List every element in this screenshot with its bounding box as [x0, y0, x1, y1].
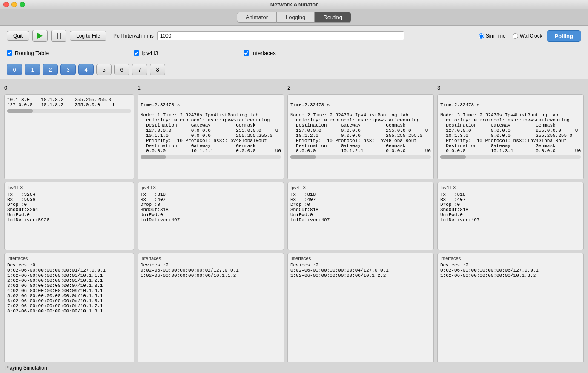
node-tab-6[interactable]: 6: [114, 64, 129, 75]
node-2-column: 2 -------- Time:2.32478 s -------- Node:…: [287, 84, 434, 368]
checkboxes-row: Routing Table Ipv4 l3 Interfaces: [0, 46, 588, 60]
main-content: 0 10.1.8.0 10.1.8.2 255.255.255.0 127.0.…: [0, 79, 588, 372]
node-0-interfaces-title: Interfaces: [7, 256, 131, 261]
simtime-radio-item[interactable]: SimTime: [479, 33, 506, 39]
node-0-interfaces-scroll[interactable]: Devices :9 0:02-06-00:00:00:00:00:01/127…: [7, 263, 131, 314]
wallclock-radio-item[interactable]: WallClock: [513, 33, 542, 39]
simtime-radio[interactable]: [479, 33, 484, 39]
tab-logging[interactable]: Logging: [277, 12, 314, 23]
node-1-interfaces-text: Devices :2 0:02-06-00:00:00:00:00:02/127…: [141, 263, 281, 278]
status-text: Playing Simulation: [5, 365, 47, 371]
node-2-ipv4-panel: Ipv4 L3 Tx :818 Rx :407 Drop :0 SndOut:8…: [287, 182, 434, 250]
maximize-button[interactable]: [20, 2, 25, 7]
node-1-routing-scrollbar[interactable]: [141, 155, 281, 159]
ipv4-l3-checkbox-item[interactable]: Ipv4 l3: [134, 50, 158, 56]
node-2-ipv4-title: Ipv4 L3: [290, 185, 431, 190]
node-3-column: 3 -------- Time:2.32478 s -------- Node:…: [437, 84, 584, 368]
node-0-interfaces-text: Devices :9 0:02-06-00:00:00:00:00:01/127…: [7, 263, 131, 314]
node-1-routing-panel: -------- Time:2.32478 s -------- Node: 1…: [138, 94, 284, 179]
quit-button[interactable]: Quit: [7, 31, 29, 41]
node-1-routing-scroll[interactable]: -------- Time:2.32478 s -------- Node: 1…: [141, 97, 281, 153]
play-button[interactable]: [32, 30, 48, 42]
node-tab-2[interactable]: 2: [43, 64, 58, 75]
wallclock-radio[interactable]: [513, 33, 518, 39]
routing-table-label: Routing Table: [15, 50, 49, 56]
node-0-label: 0: [4, 84, 134, 92]
interfaces-label: Interfaces: [252, 50, 276, 56]
node-0-ipv4-text: Tx :3264 Rx :5936 Drop :0 SndOut:3264 Un…: [7, 192, 131, 223]
toolbar: Quit Log to File Poll Interval in ms Sim…: [0, 26, 588, 46]
node-1-ipv4-title: Ipv4 L3: [141, 185, 281, 190]
node-3-interfaces-panel: Interfaces Devices :2 0:02-06-00:00:00:0…: [437, 253, 584, 368]
node-1-ipv4-text: Tx :818 Rx :407 Drop :0 SndOut:818 UniFw…: [141, 192, 281, 223]
polling-button[interactable]: Polling: [547, 30, 581, 42]
node-tab-0[interactable]: 0: [7, 64, 22, 75]
node-3-routing-panel: -------- Time:2.32478 s -------- Node: 3…: [437, 94, 584, 179]
node-1-routing-text: -------- Time:2.32478 s -------- Node: 1…: [141, 97, 281, 153]
play-icon: [37, 33, 43, 39]
window-title: Network Animator: [270, 1, 318, 8]
node-2-routing-panel: -------- Time:2.32478 s -------- Node: 2…: [287, 94, 434, 179]
pause-icon: [57, 33, 61, 39]
node-0-routing-scroll[interactable]: 10.1.8.0 10.1.8.2 255.255.255.0 127.0.0.…: [7, 97, 131, 107]
node-3-ipv4-panel: Ipv4 L3 Tx :818 Rx :407 Drop :0 SndOut:8…: [437, 182, 584, 250]
status-bar: Playing Simulation: [0, 362, 588, 373]
node-2-routing-scroll[interactable]: -------- Time:2.32478 s -------- Node: 2…: [290, 97, 431, 153]
node-2-interfaces-text: Devices :2 0:02-06-00:00:00:00:00:04/127…: [290, 263, 431, 278]
node-2-interfaces-panel: Interfaces Devices :2 0:02-06-00:00:00:0…: [287, 253, 434, 368]
log-to-file-button[interactable]: Log to File: [70, 31, 106, 41]
routing-table-checkbox-item[interactable]: Routing Table: [7, 50, 49, 56]
node-0-ipv4-panel: Ipv4 L3 Tx :3264 Rx :5936 Drop :0 SndOut…: [4, 182, 134, 250]
node-0-routing-scrollbar[interactable]: [7, 109, 131, 113]
node-1-interfaces-title: Interfaces: [141, 256, 281, 261]
simtime-label: SimTime: [486, 33, 506, 39]
tab-routing[interactable]: Routing: [314, 12, 351, 23]
node-1-label: 1: [138, 84, 284, 92]
ipv4-l3-checkbox[interactable]: [134, 50, 139, 56]
node-3-ipv4-title: Ipv4 L3: [440, 185, 581, 190]
title-bar: Network Animator: [0, 0, 588, 9]
node-tab-3[interactable]: 3: [60, 64, 76, 75]
minimize-button[interactable]: [11, 2, 17, 7]
routing-table-checkbox[interactable]: [7, 50, 12, 56]
pause-button[interactable]: [51, 30, 66, 42]
node-0-column: 0 10.1.8.0 10.1.8.2 255.255.255.0 127.0.…: [4, 84, 134, 368]
node-1-ipv4-panel: Ipv4 L3 Tx :818 Rx :407 Drop :0 SndOut:8…: [138, 182, 284, 250]
node-1-column: 1 -------- Time:2.32478 s -------- Node:…: [138, 84, 284, 368]
time-group: SimTime WallClock Polling: [479, 30, 581, 42]
node-tab-4[interactable]: 4: [78, 64, 94, 75]
node-0-interfaces-panel: Interfaces Devices :9 0:02-06-00:00:00:0…: [4, 253, 134, 368]
interfaces-checkbox[interactable]: [244, 50, 249, 56]
node-3-interfaces-title: Interfaces: [440, 256, 581, 261]
node-3-routing-scrollbar[interactable]: [440, 155, 581, 159]
node-2-label: 2: [287, 84, 434, 92]
ipv4-l3-label: Ipv4 l3: [142, 50, 158, 56]
node-tab-8[interactable]: 8: [150, 64, 165, 75]
node-0-routing-text: 10.1.8.0 10.1.8.2 255.255.255.0 127.0.0.…: [7, 97, 131, 107]
poll-interval-input[interactable]: [157, 31, 404, 40]
node-2-routing-text: -------- Time:2.32478 s -------- Node: 2…: [290, 97, 431, 153]
node-0-ipv4-title: Ipv4 L3: [7, 185, 131, 190]
radio-group: SimTime WallClock: [479, 33, 542, 39]
node-3-routing-text: -------- Time:2.32478 s -------- Node: 3…: [440, 97, 581, 153]
node-3-interfaces-text: Devices :2 0:02-06-00:00:00:00:00:06/127…: [440, 263, 581, 278]
node-tabs-row: 0 1 2 3 4 5 6 7 8: [0, 60, 588, 79]
node-2-routing-scrollbar[interactable]: [290, 155, 431, 159]
traffic-lights: [3, 2, 25, 7]
close-button[interactable]: [3, 2, 9, 7]
node-0-routing-panel: 10.1.8.0 10.1.8.2 255.255.255.0 127.0.0.…: [4, 94, 134, 179]
node-3-routing-scroll[interactable]: -------- Time:2.32478 s -------- Node: 3…: [440, 97, 581, 153]
node-tab-5[interactable]: 5: [96, 64, 112, 75]
node-tab-7[interactable]: 7: [132, 64, 147, 75]
node-1-interfaces-panel: Interfaces Devices :2 0:02-06-00:00:00:0…: [138, 253, 284, 368]
node-tab-1[interactable]: 1: [25, 64, 40, 75]
node-3-ipv4-text: Tx :818 Rx :407 Drop :0 SndOut:818 UniFw…: [440, 192, 581, 223]
interfaces-checkbox-item[interactable]: Interfaces: [244, 50, 276, 56]
poll-interval-label: Poll Interval in ms: [113, 33, 154, 39]
tab-bar: Animator Logging Routing: [0, 9, 588, 26]
node-3-label: 3: [437, 84, 584, 92]
wallclock-label: WallClock: [520, 33, 542, 39]
node-2-ipv4-text: Tx :818 Rx :407 Drop :0 SndOut:818 UniFw…: [290, 192, 431, 223]
node-2-interfaces-title: Interfaces: [290, 256, 431, 261]
tab-animator[interactable]: Animator: [237, 12, 277, 23]
